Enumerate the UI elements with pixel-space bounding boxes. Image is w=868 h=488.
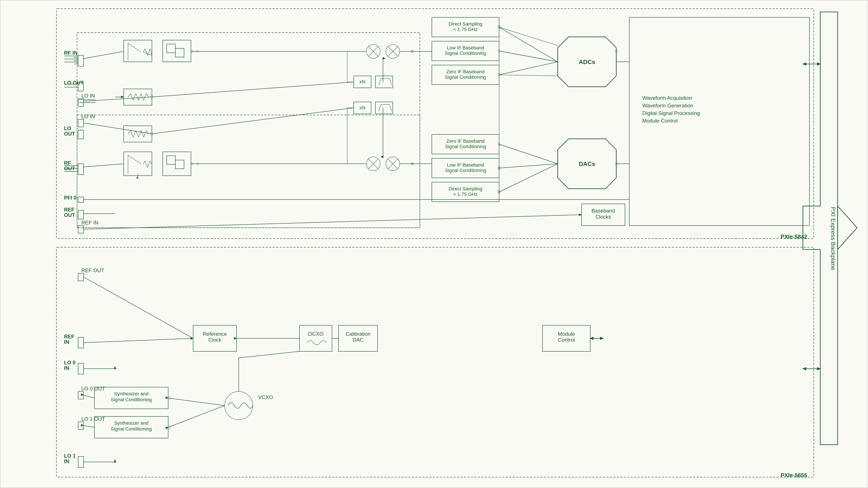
pxie5842-label: PXIe-5842 (780, 233, 807, 240)
vcxo-symbol (225, 391, 253, 420)
svg-text:Synthesizer and: Synthesizer and (114, 391, 148, 396)
svg-point-102 (225, 391, 253, 420)
lo-out-label-2: LO (64, 125, 71, 131)
svg-rect-60 (167, 44, 175, 53)
rf-in-label: RF IN (64, 50, 78, 56)
svg-text:Direct Sampling: Direct Sampling (448, 21, 482, 27)
pxi-backplane: PXI Express Backplane (803, 12, 857, 445)
mixer-top (366, 44, 400, 58)
lo0-out-label: LO 0 OUT (82, 386, 105, 391)
svg-text:Signal Conditioning: Signal Conditioning (445, 168, 486, 173)
svg-text:Zero IF Baseband: Zero IF Baseband (446, 138, 485, 144)
ref-in-label-1: REF IN (82, 220, 98, 226)
rf-in-line (84, 52, 124, 59)
svg-text:xN: xN (360, 79, 365, 85)
svg-text:Signal Conditioning: Signal Conditioning (111, 397, 152, 402)
lo1-in-label-b: IN (64, 458, 69, 464)
ref-in-label-2: REF (64, 333, 74, 339)
fpga-text-2: Waveform Generation (642, 103, 693, 108)
xn-filter-top: xN (354, 76, 393, 88)
svg-rect-55 (78, 226, 84, 233)
inner-box-bottom-5842 (77, 115, 420, 228)
fpga-text-1: Waveform Acquisition (642, 95, 692, 101)
svg-rect-94 (78, 391, 84, 399)
rf-frontend-bottom (124, 152, 198, 178)
svg-text:OCXO: OCXO (308, 331, 323, 337)
lo-in-label-1: LO IN (82, 93, 95, 99)
svg-line-79 (152, 82, 354, 97)
xn-filter-middle: xN (354, 102, 393, 114)
ref-in-label-2b: IN (64, 339, 69, 345)
lo1-out-label: LO 1 OUT (82, 416, 105, 422)
svg-rect-68 (175, 160, 184, 169)
pxie5655-boundary (56, 247, 814, 477)
svg-text:Zero IF Baseband: Zero IF Baseband (446, 69, 485, 74)
svg-text:Clock: Clock (208, 337, 222, 343)
svg-text:< 1.75 GHz: < 1.75 GHz (453, 192, 477, 197)
svg-text:< 1.75 GHz: < 1.75 GHz (453, 27, 477, 32)
svg-rect-95 (78, 422, 84, 429)
ref-out-label-1: REF (64, 207, 74, 213)
svg-line-76 (499, 164, 558, 192)
svg-text:Signal Conditioning: Signal Conditioning (445, 51, 486, 56)
svg-text:Reference: Reference (203, 331, 227, 337)
ref-out-to-refclock (84, 277, 193, 338)
svg-text:Signal Conditioning: Signal Conditioning (445, 74, 486, 80)
mixer-bottom (366, 157, 400, 171)
svg-line-74 (499, 144, 558, 164)
svg-text:PXI Express Backplane: PXI Express Backplane (830, 207, 837, 270)
lo1-in-label: LO 1 (64, 453, 75, 459)
svg-rect-51 (78, 130, 84, 139)
svg-text:Direct Sampling: Direct Sampling (448, 186, 482, 192)
svg-text:Module: Module (558, 331, 575, 337)
svg-text:Low IF Baseband: Low IF Baseband (447, 45, 484, 51)
fpga-text-4: Module Control (642, 118, 678, 124)
svg-line-134 (499, 27, 558, 45)
lo-in-label-2: LO IN (82, 113, 95, 119)
svg-marker-8 (838, 206, 857, 250)
svg-text:Synthesizer and: Synthesizer and (114, 420, 148, 426)
svg-rect-54 (78, 210, 84, 219)
fpga-text-3: Digital Signal Processing (642, 110, 700, 116)
svg-text:Control: Control (558, 337, 575, 343)
svg-rect-91 (78, 273, 84, 281)
svg-text:DAC: DAC (352, 337, 364, 343)
svg-rect-72 (124, 126, 152, 142)
vcxo-label: VCXO (258, 394, 273, 400)
svg-rect-92 (78, 337, 84, 348)
lo-attenuator-bottom (124, 126, 152, 142)
pfi0-label: PFI 0 (64, 195, 76, 201)
svg-rect-59 (163, 40, 191, 62)
svg-rect-43 (375, 102, 393, 114)
svg-text:DACs: DACs (579, 161, 595, 167)
svg-rect-66 (163, 152, 191, 176)
dacs-block: DACs (558, 139, 616, 189)
pxie5655-label: PXIe-5655 (780, 472, 807, 479)
cond-to-adcs-3 (499, 62, 558, 75)
svg-line-110 (239, 351, 300, 358)
lo0-in-label: LO 0 (64, 360, 75, 365)
svg-text:Low IF Baseband: Low IF Baseband (447, 162, 484, 168)
svg-rect-67 (167, 156, 175, 164)
svg-line-83 (152, 108, 354, 134)
adcs-block: ADCs (558, 37, 616, 87)
svg-rect-61 (175, 48, 184, 57)
svg-text:Calibration: Calibration (346, 331, 371, 337)
ocxo-box (300, 325, 332, 351)
vcxo-to-synth0 (168, 398, 225, 405)
svg-line-75 (499, 164, 558, 168)
ref-in-to-refclock (84, 338, 193, 343)
svg-text:Signal Conditioning: Signal Conditioning (111, 426, 152, 432)
svg-line-136 (499, 75, 558, 76)
lo0-in-label-b: IN (64, 365, 69, 371)
svg-rect-52 (78, 164, 84, 174)
svg-text:Signal Conditioning: Signal Conditioning (445, 144, 486, 149)
rf-frontend-top (124, 40, 198, 62)
svg-rect-6 (0, 0, 868, 488)
svg-text:Baseband: Baseband (592, 208, 615, 214)
svg-rect-53 (78, 197, 84, 202)
svg-line-82 (84, 123, 152, 134)
lo-out-label-1: LO OUT (64, 80, 84, 86)
ref-out-label-2: REF OUT (82, 267, 104, 273)
svg-text:ADCs: ADCs (579, 59, 595, 65)
